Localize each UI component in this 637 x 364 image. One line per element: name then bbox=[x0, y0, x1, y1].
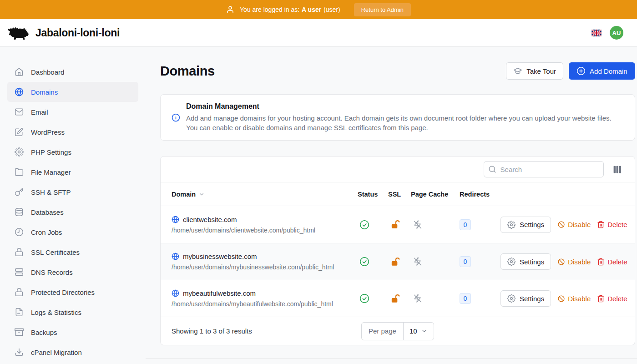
banner-message-prefix: You are logged in as: bbox=[240, 6, 299, 13]
column-header-domain[interactable]: Domain bbox=[172, 191, 358, 198]
sidebar-item-ssh-sftp[interactable]: SSH & SFTP bbox=[7, 182, 138, 202]
settings-button[interactable]: Settings bbox=[500, 253, 551, 270]
footer-divider bbox=[146, 358, 637, 359]
table-row-mybeautifulwebsite: mybeautifulwebsite.com /home/user/domain… bbox=[161, 280, 635, 317]
ssl-unlocked-icon[interactable] bbox=[388, 293, 411, 304]
brand[interactable]: Jabaloni-loni-loni bbox=[7, 24, 120, 41]
delete-button[interactable]: Delete bbox=[597, 258, 627, 266]
page-cache-off-icon[interactable] bbox=[411, 257, 460, 267]
redirects-count-badge[interactable]: 0 bbox=[460, 256, 471, 267]
sidebar-item-php-settings[interactable]: PHP Settings bbox=[7, 142, 138, 162]
return-to-admin-button[interactable]: Return to Admin bbox=[354, 3, 411, 16]
status-enabled-icon bbox=[358, 257, 388, 267]
main-content: Domains Take Tour Add Domain Domain Mana… bbox=[146, 47, 637, 364]
sidebar-item-cpanel-migration[interactable]: cPanel Migration bbox=[7, 342, 138, 362]
per-page-select[interactable]: 10 bbox=[404, 323, 434, 340]
sidebar-item-protected-directories[interactable]: Protected Directories bbox=[7, 282, 138, 302]
sidebar-item-label: Email bbox=[31, 108, 48, 116]
add-domain-button[interactable]: Add Domain bbox=[569, 62, 635, 80]
domain-name[interactable]: mybusinesswebsite.com bbox=[183, 253, 257, 260]
columns-toggle-button[interactable] bbox=[612, 164, 623, 175]
per-page-control: Per page 10 bbox=[361, 322, 434, 340]
sidebar-item-wordpress[interactable]: WordPress bbox=[7, 122, 138, 142]
results-summary: Showing 1 to 3 of 3 results bbox=[172, 327, 361, 335]
download-icon bbox=[15, 348, 24, 357]
sidebar-item-ssl-certificates[interactable]: SSL Certificates bbox=[7, 242, 138, 262]
status-enabled-icon bbox=[358, 220, 388, 230]
search-input[interactable] bbox=[484, 161, 604, 177]
top-bar: Jabaloni-loni-loni AU bbox=[0, 19, 637, 47]
sidebar-item-databases[interactable]: Databases bbox=[7, 202, 138, 222]
ban-icon bbox=[557, 258, 565, 266]
sidebar-item-backups[interactable]: Backups bbox=[7, 322, 138, 342]
mail-icon bbox=[15, 107, 24, 116]
take-tour-button[interactable]: Take Tour bbox=[506, 62, 563, 80]
ssl-unlocked-icon[interactable] bbox=[388, 257, 411, 267]
domain-management-info-card: Domain Management Add and manage domains… bbox=[160, 94, 635, 141]
sidebar-item-logs-statistics[interactable]: Logs & Statistics bbox=[7, 302, 138, 322]
domain-name[interactable]: mybeautifulwebsite.com bbox=[183, 289, 256, 297]
redirects-count-badge[interactable]: 0 bbox=[460, 293, 471, 304]
redirects-count-badge[interactable]: 0 bbox=[460, 219, 471, 230]
sidebar-item-label: Cron Jobs bbox=[31, 228, 62, 236]
sidebar-item-label: PHP Settings bbox=[31, 148, 71, 156]
banner-user-role: (user) bbox=[324, 6, 340, 13]
globe-icon bbox=[172, 216, 179, 223]
page-cache-off-icon[interactable] bbox=[411, 293, 460, 303]
app-title: Jabaloni-loni-loni bbox=[35, 27, 120, 39]
boar-logo-icon bbox=[7, 24, 30, 41]
lock-icon bbox=[15, 248, 24, 257]
sidebar: Dashboard Domains Email WordPress PHP Se… bbox=[0, 47, 146, 364]
settings-button[interactable]: Settings bbox=[500, 217, 551, 233]
disable-button[interactable]: Disable bbox=[557, 258, 591, 266]
info-icon bbox=[172, 113, 180, 122]
sort-chevron-icon bbox=[198, 191, 205, 197]
per-page-label: Per page bbox=[362, 323, 404, 340]
disable-button[interactable]: Disable bbox=[557, 221, 591, 228]
banner-user-name: A user bbox=[302, 6, 321, 13]
delete-button[interactable]: Delete bbox=[597, 295, 627, 303]
gear-icon bbox=[15, 147, 24, 157]
table-toolbar bbox=[161, 157, 635, 182]
lock-icon bbox=[15, 288, 24, 297]
settings-button[interactable]: Settings bbox=[500, 290, 551, 307]
sidebar-item-label: File Manager bbox=[31, 168, 71, 176]
delete-button[interactable]: Delete bbox=[597, 221, 627, 228]
sidebar-item-label: Protected Directories bbox=[31, 288, 95, 296]
sidebar-item-label: Logs & Statistics bbox=[31, 308, 81, 316]
gear-icon bbox=[507, 221, 516, 229]
plus-circle-icon bbox=[576, 66, 586, 76]
sidebar-item-label: Domains bbox=[31, 88, 58, 96]
sidebar-item-email[interactable]: Email bbox=[7, 102, 138, 122]
disable-button[interactable]: Disable bbox=[557, 295, 591, 303]
gear-icon bbox=[507, 258, 516, 266]
domain-path: /home/user/domains/mybusinesswebsite.com… bbox=[172, 263, 358, 271]
sidebar-item-cron-jobs[interactable]: Cron Jobs bbox=[7, 222, 138, 242]
trash-icon bbox=[597, 258, 605, 266]
column-header-redirects: Redirects bbox=[460, 191, 500, 198]
user-avatar[interactable]: AU bbox=[610, 26, 623, 40]
domain-name[interactable]: clientwebsite.com bbox=[183, 216, 237, 223]
sidebar-item-dns-records[interactable]: DNS Records bbox=[7, 262, 138, 282]
sidebar-item-file-manager[interactable]: File Manager bbox=[7, 162, 138, 182]
banner-message: You are logged in as: A user (user) bbox=[240, 6, 340, 13]
sidebar-item-label: WordPress bbox=[31, 128, 65, 136]
graduation-cap-icon bbox=[513, 66, 522, 76]
trash-icon bbox=[597, 221, 605, 228]
ban-icon bbox=[557, 221, 565, 228]
language-flag-icon[interactable] bbox=[592, 30, 602, 36]
sidebar-item-domains[interactable]: Domains bbox=[7, 82, 138, 102]
column-header-page-cache: Page Cache bbox=[411, 191, 460, 198]
file-text-icon bbox=[15, 308, 24, 317]
sidebar-item-dashboard[interactable]: Dashboard bbox=[7, 62, 138, 82]
page-title: Domains bbox=[160, 64, 215, 79]
page-cache-off-icon[interactable] bbox=[411, 220, 460, 230]
search-icon bbox=[488, 165, 496, 173]
chevron-down-icon bbox=[421, 328, 428, 334]
column-header-ssl: SSL bbox=[388, 191, 411, 198]
edit-pencil-icon bbox=[15, 127, 24, 136]
home-icon bbox=[15, 67, 24, 76]
database-icon bbox=[15, 207, 24, 217]
ssl-unlocked-icon[interactable] bbox=[388, 219, 411, 230]
domain-path: /home/user/domains/clientwebsite.com/pub… bbox=[172, 227, 358, 234]
